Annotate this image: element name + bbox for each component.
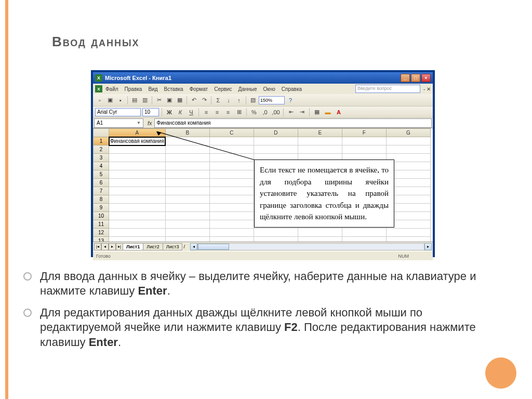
col-header-d[interactable]: D — [254, 129, 298, 137]
cell[interactable] — [298, 145, 342, 154]
row-header[interactable]: 13 — [94, 237, 109, 242]
row-header[interactable]: 4 — [94, 162, 109, 170]
align-right-icon[interactable]: ≡ — [223, 108, 233, 117]
row-header[interactable]: 12 — [94, 229, 109, 237]
menu-edit[interactable]: Правка — [125, 86, 142, 92]
undo-icon[interactable]: ↶ — [189, 96, 198, 105]
cell[interactable] — [209, 187, 254, 195]
bold-icon[interactable]: Ж — [165, 108, 174, 117]
sheet-tab-2[interactable]: Лист2 — [143, 243, 163, 250]
cell[interactable] — [109, 154, 166, 162]
cell[interactable] — [109, 179, 166, 187]
cell[interactable] — [254, 237, 298, 242]
cell[interactable] — [386, 237, 430, 242]
cell[interactable] — [109, 162, 166, 170]
font-select[interactable]: Arial Cyr — [95, 108, 141, 116]
indent-dec-icon[interactable]: ⇤ — [286, 108, 296, 117]
cell[interactable] — [298, 229, 342, 237]
cell[interactable] — [342, 137, 386, 145]
row-header[interactable]: 11 — [94, 220, 109, 229]
cell[interactable] — [209, 137, 254, 145]
cut-icon[interactable]: ✂ — [154, 96, 164, 105]
cell[interactable] — [165, 145, 209, 154]
align-center-icon[interactable]: ≡ — [212, 108, 222, 117]
open-icon[interactable]: ▣ — [105, 96, 115, 105]
cell[interactable] — [209, 237, 254, 242]
merge-icon[interactable]: ⊞ — [234, 108, 244, 117]
cell[interactable] — [165, 137, 209, 145]
menu-tools[interactable]: Сервис — [214, 86, 232, 92]
underline-icon[interactable]: Ч — [187, 108, 196, 117]
cell[interactable] — [209, 145, 254, 154]
menu-window[interactable]: Окно — [263, 86, 275, 92]
italic-icon[interactable]: К — [176, 108, 185, 117]
print-icon[interactable]: ▤ — [130, 96, 139, 105]
cell[interactable] — [109, 237, 166, 242]
maximize-button[interactable]: □ — [411, 74, 420, 82]
menu-file[interactable]: Файл — [105, 86, 118, 92]
fx-icon[interactable]: fx — [148, 120, 152, 126]
col-header-c[interactable]: C — [209, 129, 254, 137]
row-header[interactable]: 8 — [94, 195, 109, 204]
align-left-icon[interactable]: ≡ — [202, 108, 211, 117]
cell[interactable] — [209, 179, 254, 187]
cell[interactable] — [109, 170, 166, 179]
select-all-corner[interactable] — [94, 129, 109, 137]
menu-view[interactable]: Вид — [148, 86, 157, 92]
name-box[interactable]: A1 ▼ — [94, 118, 143, 128]
cell[interactable] — [165, 237, 209, 242]
minimize-button[interactable]: _ — [401, 74, 410, 82]
cell[interactable] — [165, 162, 209, 170]
paste-icon[interactable]: ▦ — [175, 96, 184, 105]
cell-a1[interactable]: Финансовая компания — [109, 137, 166, 145]
cell[interactable] — [165, 204, 209, 212]
menu-insert[interactable]: Вставка — [164, 86, 183, 92]
cell[interactable] — [209, 229, 254, 237]
font-color-icon[interactable]: A — [334, 108, 343, 117]
cell[interactable] — [209, 195, 254, 204]
sheet-tab-1[interactable]: Лист1 — [123, 243, 143, 250]
autosum-icon[interactable]: Σ — [214, 96, 223, 105]
indent-inc-icon[interactable]: ⇥ — [297, 108, 307, 117]
help-icon[interactable]: ? — [286, 96, 295, 105]
currency-icon[interactable]: % — [249, 108, 259, 117]
cell[interactable] — [165, 170, 209, 179]
sort-desc-icon[interactable]: ↑ — [234, 96, 244, 105]
row-header-1[interactable]: 1 — [94, 137, 109, 145]
cell[interactable] — [209, 204, 254, 212]
cell[interactable] — [209, 154, 254, 162]
cell[interactable] — [109, 220, 166, 229]
redo-icon[interactable]: ↷ — [200, 96, 209, 105]
sheet-tab-3[interactable]: Лист3 — [163, 243, 183, 250]
save-icon[interactable]: ▪ — [116, 96, 125, 105]
row-header[interactable]: 6 — [94, 179, 109, 187]
cell[interactable] — [298, 237, 342, 242]
row-header[interactable]: 7 — [94, 187, 109, 195]
help-search-input[interactable]: Введите вопрос — [355, 85, 420, 93]
cell[interactable] — [165, 195, 209, 204]
preview-icon[interactable]: ▥ — [140, 96, 150, 105]
copy-icon[interactable]: ▣ — [165, 96, 174, 105]
cell[interactable] — [254, 229, 298, 237]
row-header[interactable]: 2 — [94, 145, 109, 154]
tab-prev-icon[interactable]: ◂ — [101, 243, 109, 250]
scroll-right-icon[interactable]: ▸ — [424, 243, 432, 250]
new-icon[interactable]: ▫ — [95, 96, 104, 105]
close-button[interactable]: × — [421, 74, 431, 82]
menu-help[interactable]: Справка — [282, 86, 302, 92]
tab-next-icon[interactable]: ▸ — [109, 243, 116, 250]
cell[interactable] — [165, 179, 209, 187]
cell[interactable] — [254, 137, 298, 145]
formula-input[interactable]: Финансовая компания — [154, 118, 432, 128]
cell[interactable] — [386, 229, 430, 237]
col-header-e[interactable]: E — [298, 129, 342, 137]
fill-color-icon[interactable]: ▬ — [323, 108, 332, 117]
cell[interactable] — [109, 187, 166, 195]
chart-icon[interactable]: ▧ — [248, 96, 258, 105]
scroll-thumb[interactable] — [198, 244, 229, 250]
cell[interactable] — [209, 162, 254, 170]
cell[interactable] — [109, 195, 166, 204]
col-header-b[interactable]: B — [165, 129, 209, 137]
cell[interactable] — [254, 145, 298, 154]
sort-asc-icon[interactable]: ↓ — [224, 96, 233, 105]
